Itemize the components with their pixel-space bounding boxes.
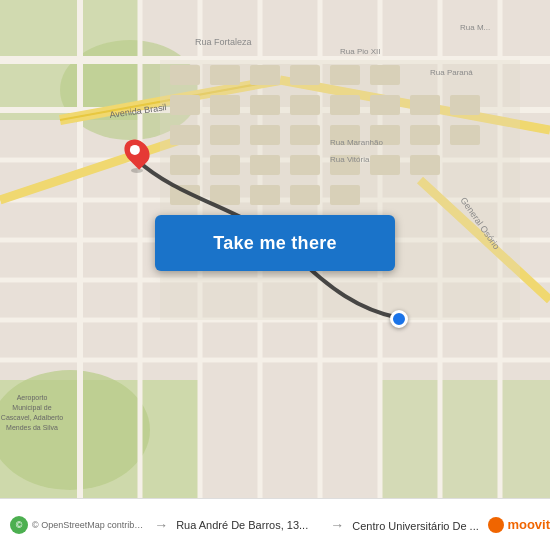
- origin-label: Rua André De Barros, 13...: [176, 519, 308, 531]
- take-me-there-label: Take me there: [213, 233, 337, 254]
- svg-text:Cascavel, Adalberto: Cascavel, Adalberto: [1, 414, 63, 421]
- app-container: Rua Fortaleza Avenida Brasil Rua Maranhã…: [0, 0, 550, 550]
- destination-label-wrap: Centro Universitário De ...: [352, 516, 488, 534]
- svg-rect-58: [250, 185, 280, 205]
- svg-rect-59: [290, 185, 320, 205]
- current-location-dot: [390, 310, 408, 328]
- svg-rect-31: [330, 65, 360, 85]
- svg-text:Rua Paraná: Rua Paraná: [430, 68, 473, 77]
- svg-rect-29: [250, 65, 280, 85]
- svg-text:Rua Vitória: Rua Vitória: [330, 155, 370, 164]
- svg-text:Rua M...: Rua M...: [460, 23, 490, 32]
- arrow-icon: →: [154, 517, 168, 533]
- svg-rect-27: [170, 65, 200, 85]
- svg-rect-44: [290, 125, 320, 145]
- destination-section: Rua André De Barros, 13...: [176, 519, 322, 531]
- svg-line-24: [0, 140, 180, 200]
- pin-shadow: [131, 168, 143, 173]
- svg-rect-41: [170, 125, 200, 145]
- svg-rect-57: [210, 185, 240, 205]
- svg-rect-56: [170, 185, 200, 205]
- svg-rect-30: [290, 65, 320, 85]
- svg-rect-48: [450, 125, 480, 145]
- moovit-brand: moovit: [488, 517, 550, 533]
- svg-rect-2: [380, 380, 550, 500]
- svg-rect-39: [410, 95, 440, 115]
- svg-rect-32: [370, 65, 400, 85]
- svg-rect-51: [250, 155, 280, 175]
- origin-section: © © OpenStreetMap contributors | © OpenM…: [0, 516, 146, 534]
- svg-text:Rua Fortaleza: Rua Fortaleza: [195, 37, 252, 47]
- svg-rect-54: [370, 155, 400, 175]
- svg-rect-34: [210, 95, 240, 115]
- svg-text:Aeroporto: Aeroporto: [17, 394, 48, 402]
- svg-rect-28: [210, 65, 240, 85]
- svg-rect-36: [290, 95, 320, 115]
- svg-rect-50: [210, 155, 240, 175]
- svg-rect-37: [330, 95, 360, 115]
- svg-text:Rua Maranhão: Rua Maranhão: [330, 138, 383, 147]
- svg-rect-52: [290, 155, 320, 175]
- svg-rect-43: [250, 125, 280, 145]
- svg-rect-33: [170, 95, 200, 115]
- svg-rect-55: [410, 155, 440, 175]
- svg-rect-42: [210, 125, 240, 145]
- osm-logo: ©: [10, 516, 28, 534]
- destination-label: Centro Universitário De ...: [352, 520, 479, 532]
- svg-text:Mendes da Silva: Mendes da Silva: [6, 424, 58, 431]
- nav-arrow-icon: →: [330, 517, 344, 533]
- moovit-text: moovit: [507, 517, 550, 532]
- svg-text:Rua Pio XII: Rua Pio XII: [340, 47, 380, 56]
- attribution-text: © OpenStreetMap contributors | © OpenMap…: [32, 520, 146, 530]
- moovit-logo-circle: [488, 517, 504, 533]
- svg-rect-38: [370, 95, 400, 115]
- svg-rect-60: [330, 185, 360, 205]
- take-me-there-button[interactable]: Take me there: [155, 215, 395, 271]
- svg-rect-35: [250, 95, 280, 115]
- svg-rect-47: [410, 125, 440, 145]
- svg-rect-40: [450, 95, 480, 115]
- destination-pin: [126, 138, 148, 173]
- svg-text:Municipal de: Municipal de: [12, 404, 51, 412]
- svg-rect-49: [170, 155, 200, 175]
- bottom-bar: © © OpenStreetMap contributors | © OpenM…: [0, 498, 550, 550]
